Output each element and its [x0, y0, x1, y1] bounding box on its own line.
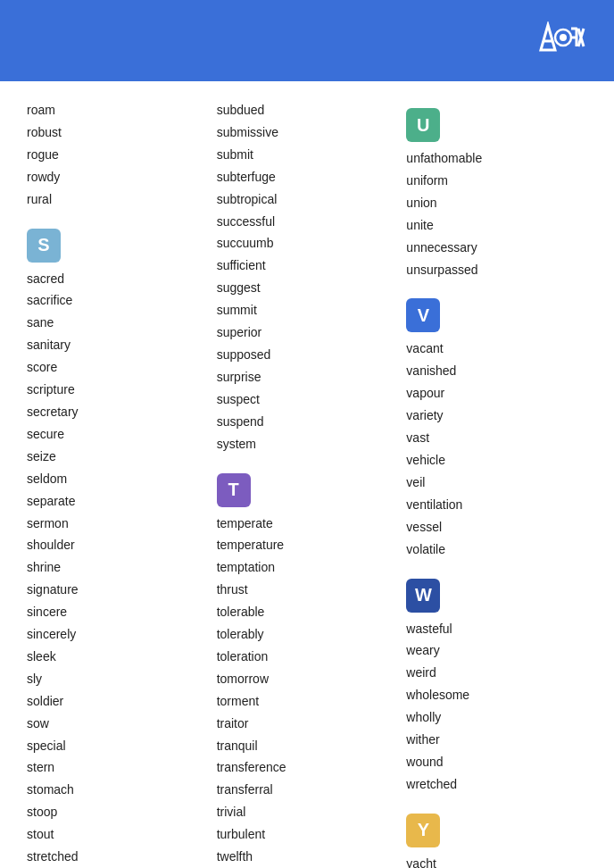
word-text: wound: [406, 751, 587, 773]
word-text: unnecessary: [406, 237, 587, 259]
word-text: wholesome: [406, 684, 587, 706]
list-item: wither: [406, 729, 587, 751]
word-text: wither: [406, 729, 587, 751]
logo-icon: [534, 21, 587, 60]
word-text: variety: [406, 405, 587, 427]
list-item: trivial: [217, 801, 398, 823]
list-item: unfathomable: [406, 147, 587, 170]
list-item: separate: [27, 490, 208, 513]
list-item: traitor: [217, 713, 398, 735]
word-list-2-2: wastefulwearyweirdwholesomewhollywitherw…: [406, 618, 587, 796]
list-item: submissive: [217, 121, 398, 144]
word-text: suspend: [217, 411, 398, 433]
list-item: suspend: [217, 411, 398, 433]
word-text: tranquil: [217, 735, 398, 757]
list-item: roam: [27, 99, 208, 121]
list-item: subterfuge: [217, 166, 398, 188]
word-text: wretched: [406, 773, 587, 796]
list-item: vapour: [406, 382, 587, 405]
word-text: unfathomable: [406, 147, 587, 170]
list-item: unsurpassed: [406, 259, 587, 281]
content: roamrobustroguerowdyruralSsacredsacrific…: [0, 81, 614, 868]
list-item: temptation: [217, 556, 398, 579]
word-text: separate: [27, 490, 208, 513]
word-text: succuumb: [217, 232, 398, 255]
word-text: tolerable: [217, 601, 398, 623]
list-item: union: [406, 192, 587, 214]
list-item: robust: [27, 121, 208, 144]
list-item: sane: [27, 312, 208, 334]
list-item: suspect: [217, 388, 398, 411]
word-text: sow: [27, 713, 208, 735]
list-item: volatile: [406, 538, 587, 561]
letter-badge-V: V: [406, 298, 440, 332]
word-text: rural: [27, 188, 208, 211]
word-text: sanitary: [27, 334, 208, 356]
list-item: yacht: [406, 853, 587, 868]
section-block-2-1: Vvacantvanishedvapourvarietyvastvehiclev…: [406, 289, 587, 560]
list-item: secretary: [27, 401, 208, 423]
word-text: tolerably: [217, 623, 398, 646]
word-text: transference: [217, 756, 398, 779]
word-text: system: [217, 433, 398, 455]
word-list-0-1: sacredsacrificesanesanitaryscorescriptur…: [27, 268, 208, 868]
list-item: sermon: [27, 513, 208, 535]
word-text: wasteful: [406, 618, 587, 640]
list-item: sincerely: [27, 623, 208, 646]
list-item: sleek: [27, 646, 208, 668]
word-text: thrust: [217, 579, 398, 601]
word-text: tomorrow: [217, 668, 398, 690]
list-item: sincere: [27, 601, 208, 623]
letter-badge-W: W: [406, 579, 440, 613]
word-text: traitor: [217, 713, 398, 735]
list-item: tolerable: [217, 601, 398, 623]
word-text: sincerely: [27, 623, 208, 646]
word-text: unsurpassed: [406, 259, 587, 281]
word-list-0-0: roamrobustroguerowdyrural: [27, 99, 208, 211]
list-item: rowdy: [27, 166, 208, 188]
list-item: stomach: [27, 779, 208, 801]
list-item: successful: [217, 211, 398, 233]
word-text: submissive: [217, 121, 398, 144]
list-item: shoulder: [27, 534, 208, 556]
list-item: sufficient: [217, 255, 398, 277]
list-item: temperature: [217, 534, 398, 556]
word-text: secretary: [27, 401, 208, 423]
word-text: suggest: [217, 277, 398, 299]
word-text: score: [27, 356, 208, 379]
list-item: signature: [27, 579, 208, 601]
list-item: toleration: [217, 646, 398, 668]
word-text: subterfuge: [217, 166, 398, 188]
word-text: vehicle: [406, 449, 587, 472]
list-item: temperate: [217, 513, 398, 535]
word-text: seize: [27, 446, 208, 468]
word-text: veil: [406, 472, 587, 494]
word-text: torment: [217, 690, 398, 713]
list-item: stretched: [27, 846, 208, 868]
word-text: vessel: [406, 516, 587, 538]
list-item: unite: [406, 214, 587, 237]
word-text: subtropical: [217, 188, 398, 211]
list-item: wound: [406, 751, 587, 773]
letter-badge-T: T: [217, 473, 251, 507]
list-item: transferral: [217, 779, 398, 801]
word-text: turbulent: [217, 823, 398, 846]
word-text: stomach: [27, 779, 208, 801]
list-item: tolerably: [217, 623, 398, 646]
word-text: subdued: [217, 99, 398, 121]
word-text: surprise: [217, 366, 398, 388]
list-item: special: [27, 735, 208, 757]
word-list-2-0: unfathomableuniformunionuniteunnecessary…: [406, 147, 587, 280]
word-text: robust: [27, 121, 208, 144]
word-list-1-1: temperatetemperaturetemptationthrusttole…: [217, 513, 398, 869]
list-item: thrust: [217, 579, 398, 601]
word-text: secure: [27, 423, 208, 446]
list-item: uniform: [406, 170, 587, 192]
list-item: sacrifice: [27, 289, 208, 312]
list-item: system: [217, 433, 398, 455]
word-text: weird: [406, 662, 587, 684]
letter-badge-S: S: [27, 229, 61, 263]
list-item: submit: [217, 144, 398, 166]
word-text: rowdy: [27, 166, 208, 188]
word-text: vast: [406, 427, 587, 449]
